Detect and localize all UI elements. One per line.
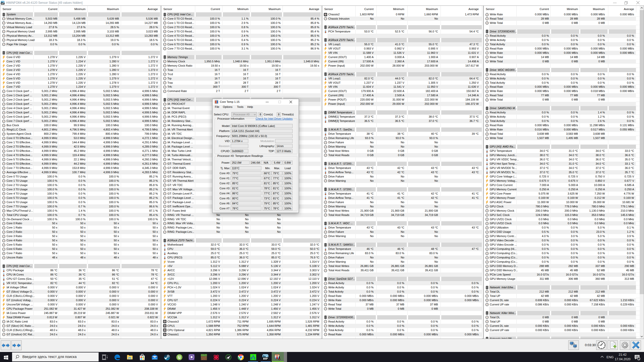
svg-text:-1: -1 bbox=[253, 356, 256, 360]
svg-text:1: 1 bbox=[638, 358, 639, 360]
svg-text:2: 2 bbox=[251, 356, 252, 360]
